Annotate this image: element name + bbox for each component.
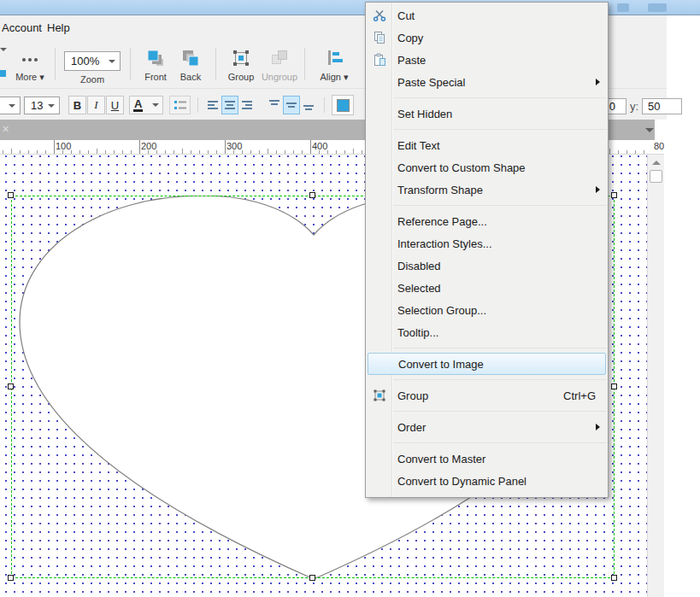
- font-family-combobox[interactable]: [0, 97, 21, 114]
- scissors-icon: [366, 9, 392, 22]
- submenu-arrow-icon: [596, 186, 600, 193]
- ruler-tick: [182, 149, 183, 154]
- ruler-tick: [635, 150, 636, 154]
- align-right-button[interactable]: [238, 96, 256, 114]
- menu-item-selected[interactable]: Selected: [366, 277, 608, 299]
- align-middle-icon: [285, 97, 298, 113]
- menu-item-edit-text[interactable]: Edit Text: [366, 134, 608, 156]
- italic-button[interactable]: I: [87, 96, 105, 114]
- back-button[interactable]: Back: [172, 49, 209, 82]
- align-bottom-button[interactable]: [300, 96, 317, 114]
- menubar-item-help[interactable]: Help: [42, 15, 75, 41]
- context-menu-separator: [366, 93, 608, 102]
- ruler-tick: [3, 150, 3, 154]
- menu-item-reference-page[interactable]: Reference Page...: [366, 210, 608, 232]
- ruler-tick: [225, 140, 226, 154]
- ruler-tick: [165, 150, 166, 154]
- italic-label: I: [94, 98, 97, 112]
- font-size-combobox[interactable]: 13: [24, 97, 60, 114]
- menu-item-interaction-styles[interactable]: Interaction Styles...: [366, 232, 608, 255]
- menu-item-disabled[interactable]: Disabled: [366, 255, 608, 277]
- fill-color-button[interactable]: [332, 95, 354, 115]
- selection-handle[interactable]: [611, 575, 617, 581]
- ruler-tick: [79, 150, 80, 154]
- selection-handle[interactable]: [611, 383, 617, 389]
- menu-item-selection-group[interactable]: Selection Group...: [366, 299, 608, 321]
- more-button[interactable]: More ▾: [10, 49, 50, 83]
- menu-item-copy[interactable]: Copy: [366, 26, 608, 49]
- selection-handle[interactable]: [8, 383, 14, 389]
- ruler-tick: [174, 150, 174, 154]
- menu-item-tooltip[interactable]: Tooltip...: [366, 321, 608, 343]
- align-button[interactable]: Align ▾: [315, 49, 354, 83]
- zoom-label: Zoom: [64, 74, 121, 85]
- menu-item-convert-to-master[interactable]: Convert to Master: [366, 448, 608, 470]
- selection-handle[interactable]: [309, 575, 315, 581]
- scroll-up-icon[interactable]: [652, 161, 661, 165]
- underline-label: U: [111, 99, 119, 112]
- ruler-tick: [131, 150, 132, 154]
- font-color-button[interactable]: A: [129, 96, 163, 114]
- ellipsis-icon: [17, 49, 43, 67]
- selection-handle[interactable]: [8, 575, 14, 581]
- align-left-button[interactable]: [204, 96, 221, 114]
- scrollbar-thumb[interactable]: [650, 170, 662, 183]
- selection-handle[interactable]: [309, 192, 315, 198]
- vertical-scrollbar[interactable]: [647, 155, 664, 597]
- align-center-button[interactable]: [221, 96, 238, 114]
- menu-item-convert-to-dynamic-panel[interactable]: Convert to Dynamic Panel: [366, 470, 608, 492]
- menu-item-label: Paste: [392, 54, 608, 67]
- more-label: More ▾: [10, 72, 50, 83]
- menu-item-group[interactable]: GroupCtrl+G: [366, 384, 608, 407]
- submenu-arrow-icon: [596, 79, 600, 85]
- bring-to-front-icon: [146, 49, 165, 67]
- context-menu-separator: [366, 438, 608, 448]
- ruler-tick: [644, 150, 644, 154]
- window-control-mark[interactable]: [617, 3, 629, 12]
- menu-item-cut[interactable]: Cut: [366, 4, 608, 26]
- bullet-list-button[interactable]: [169, 96, 191, 114]
- menu-item-set-hidden[interactable]: Set Hidden: [366, 102, 608, 125]
- submenu-arrow-icon: [596, 424, 600, 430]
- menu-item-label: Set Hidden: [392, 108, 608, 120]
- ruler-tick: [344, 150, 345, 154]
- y-position-field[interactable]: 50: [642, 98, 682, 114]
- menubar-item-account[interactable]: Account: [0, 15, 47, 41]
- tab-close-icon[interactable]: ✕: [2, 124, 9, 135]
- ruler-tick: [250, 150, 251, 154]
- ruler-tick: [45, 150, 46, 154]
- ruler-label: 300: [226, 141, 242, 151]
- group-button[interactable]: Group: [222, 49, 260, 82]
- tab-overflow-icon[interactable]: [645, 128, 654, 132]
- menu-item-paste[interactable]: Paste: [366, 49, 608, 71]
- menu-item-order[interactable]: Order: [366, 416, 608, 438]
- align-label: Align ▾: [315, 72, 354, 83]
- clipped-toolbar-button[interactable]: [0, 48, 7, 77]
- ruler-tick: [28, 150, 29, 154]
- toolbar-separator: [55, 48, 56, 80]
- toolbar-separator: [197, 97, 198, 113]
- font-color-label: A: [133, 98, 143, 112]
- menu-item-transform-shape[interactable]: Transform Shape: [366, 179, 608, 201]
- underline-button[interactable]: U: [106, 96, 124, 114]
- ruler-label: 400: [312, 141, 327, 151]
- menu-item-convert-to-custom-shape[interactable]: Convert to Custom Shape: [366, 156, 608, 179]
- zoom-combobox[interactable]: 100%: [64, 51, 121, 71]
- menu-item-label: Selected: [392, 282, 608, 295]
- font-size-value: 13: [25, 99, 48, 112]
- front-button[interactable]: Front: [137, 49, 174, 82]
- menu-item-paste-special[interactable]: Paste Special: [366, 71, 608, 93]
- ruler-tick: [54, 140, 55, 154]
- bold-button[interactable]: B: [68, 96, 86, 114]
- group-icon: [366, 389, 392, 402]
- selection-handle[interactable]: [611, 192, 617, 198]
- selection-handle[interactable]: [8, 192, 14, 198]
- ungroup-button[interactable]: Ungroup: [259, 49, 300, 82]
- menu-item-convert-to-image[interactable]: Convert to Image: [368, 353, 606, 375]
- window-control-mark[interactable]: [648, 3, 667, 12]
- align-middle-button[interactable]: [283, 96, 300, 114]
- align-top-button[interactable]: [266, 96, 283, 114]
- align-left-icon: [206, 97, 220, 113]
- align-bottom-icon: [302, 97, 315, 113]
- context-menu-separator: [366, 407, 608, 416]
